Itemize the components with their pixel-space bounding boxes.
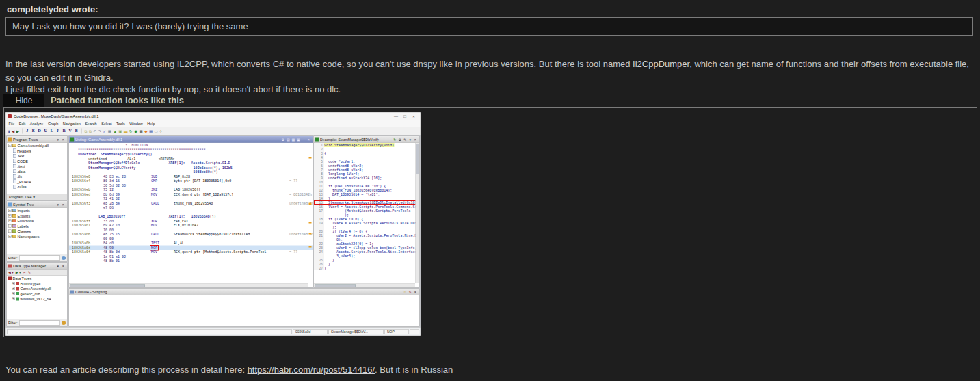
data-type-manager-title: Data Type Manager <box>13 264 46 268</box>
tree-item: +windows_vs12_64 <box>7 296 67 302</box>
listing-tool-icon: ▤ <box>286 137 291 142</box>
toolbar-letter-e: E <box>31 129 36 134</box>
program-tree-tab: Program Tree ▾ <box>7 194 67 200</box>
habr-article-link[interactable]: https://habr.com/ru/post/514416/ <box>248 365 375 375</box>
maximize-icon: □ <box>401 114 410 118</box>
status-indicator <box>410 329 419 334</box>
lock-icon: ⚿ <box>403 290 408 294</box>
ghidra-menu-bar: FileEditAnalyzeGraphNavigationSearchSele… <box>6 120 421 127</box>
decompiler-title: Decompile: SteamManager$$DlcVerify - (G <box>320 137 382 142</box>
toolbar-icon: ▮ <box>8 129 10 133</box>
toolbar-letter-j: J <box>25 129 30 134</box>
toolbar-icon: ↷ <box>98 129 101 133</box>
panel-menu-icon: ▾ <box>408 137 413 142</box>
dtm-tool-icon: ✎ <box>28 271 31 275</box>
forum-post-page: { "quote": { "author": "completelyded wr… <box>0 0 980 381</box>
console-title: Console - Scripting <box>75 290 107 294</box>
tree-item: +Classes <box>7 228 67 234</box>
menu-item-file: File <box>9 121 15 125</box>
menu-item-help: Help <box>147 121 155 125</box>
tree-item: Data Types <box>7 276 67 281</box>
menu-item-navigation: Navigation <box>63 121 81 125</box>
toolbar-letter-v: V <box>68 129 73 134</box>
toolbar-icon: ▦ <box>149 129 153 133</box>
menu-item-edit: Edit <box>19 121 25 125</box>
listing-hscrollbar <box>69 284 308 288</box>
data-type-manager-panel: Data Type Manager ▾ × ◀ ▾ ▶ ▾ ✂ ✎ Data T… <box>7 263 68 327</box>
tree-item: +Exports <box>7 213 67 219</box>
post-paragraph-3: You can read an article describing this … <box>5 365 977 375</box>
tree-item: .tls <box>7 174 67 179</box>
toolbar-icon: ▩ <box>139 129 142 133</box>
status-function: SteamManager$$DlcV... <box>329 329 384 334</box>
post-paragraph-2: I just filled exit from the dlc check fu… <box>5 83 977 96</box>
ghidra-window-title: CodeBrowser: MuseDash/GameAssembly.dll:1 <box>14 114 99 118</box>
spoiler-hide-button[interactable]: Hide <box>3 94 44 107</box>
spoiler-title: Patched function looks like this <box>51 95 184 105</box>
nav-marker <box>309 246 312 248</box>
panel-close-icon: × <box>61 264 66 268</box>
data-type-manager-icon <box>8 264 12 267</box>
menu-item-tools: Tools <box>116 121 125 125</box>
program-trees-panel: Program Trees ▾ × −GameAssembly.dllHeade… <box>7 136 68 200</box>
panel-close-icon: × <box>306 137 312 142</box>
tree-item: +Namespaces <box>7 234 67 239</box>
dtm-filter-label: Filter: <box>8 321 18 325</box>
toolbar-icon: ✓ <box>103 129 107 133</box>
listing-tool-icon: ⧉ <box>280 137 286 142</box>
il2cppdumper-link[interactable]: Il2CppDumper <box>633 59 689 69</box>
toolbar-icon: ⧉ <box>89 129 92 133</box>
spoiler-content-box: CodeBrowser: MuseDash/GameAssembly.dll:1… <box>3 107 977 337</box>
tree-item: CODE <box>7 159 67 164</box>
tree-item: +Functions <box>7 218 67 224</box>
dtm-toolbar: ◀ ▾ ▶ ▾ ✂ ✎ <box>7 270 67 276</box>
symbol-filter-input <box>19 255 60 260</box>
ghidra-content: Program Trees ▾ × −GameAssembly.dllHeade… <box>6 135 421 328</box>
program-trees-title: Program Trees <box>13 137 38 142</box>
console-icon <box>70 290 74 293</box>
tree-item: Headers <box>7 148 67 154</box>
panel-button: ▾ <box>55 202 61 207</box>
symbol-tree-panel: Symbol Tree ▾ × +Imports+Exports+Functio… <box>7 201 68 262</box>
tree-item: _RDATA <box>7 179 67 185</box>
back-arrow-icon: ◀ ▾ <box>8 271 14 275</box>
refresh-icon: ↻ <box>393 137 398 142</box>
filter-settings-icon <box>62 321 66 325</box>
panel-close-icon: × <box>61 202 66 207</box>
symbol-filter-label: Filter: <box>8 256 18 260</box>
quote-text: May I ask you how you did it? I was (bar… <box>12 21 248 31</box>
tree-item: .text <box>7 153 67 159</box>
tree-item: .reloc <box>7 184 67 189</box>
nav-marker <box>309 233 312 235</box>
toolbar-icon: ↶ <box>93 129 96 133</box>
decompiler-panel: Decompile: SteamManager$$DlcVerify - (G … <box>314 136 420 288</box>
panel-button: ▾ <box>55 264 61 268</box>
status-instruction: NOP <box>385 329 409 334</box>
toolbar-letter-f: F <box>56 129 61 134</box>
ghidra-title-bar: CodeBrowser: MuseDash/GameAssembly.dll:1… <box>6 113 421 120</box>
nav-marker <box>309 157 312 159</box>
menu-item-graph: Graph <box>48 121 58 125</box>
tree-item: +generic_clib <box>7 291 67 297</box>
tree-item: .itext <box>7 163 67 169</box>
tree-item: .data <box>7 169 67 174</box>
listing-title: Listing: GameAssembly.dll:1 <box>75 137 122 142</box>
menu-item-search: Search <box>85 121 96 125</box>
tree-item: +GameAssembly.dll <box>7 286 67 291</box>
printer-icon: ▣ <box>296 137 302 142</box>
program-trees-icon <box>8 137 12 141</box>
decompiler-icon <box>315 137 319 141</box>
panel-minimize-icon: – <box>301 137 306 142</box>
toolbar-icon: ▲ <box>113 129 116 133</box>
status-address: 00265a0d <box>293 329 328 334</box>
panel-close-icon: × <box>413 290 419 294</box>
post-paragraph-1: In the last version developers started u… <box>5 57 977 85</box>
nav-marker <box>309 203 312 205</box>
toolbar-icon: ◉ <box>134 129 137 133</box>
tree-item: +BuiltInTypes <box>7 281 67 287</box>
toolbar-icon: ⧉ <box>85 129 88 133</box>
quote-box: May I ask you how you did it? I was (bar… <box>5 17 973 36</box>
toolbar-icon: ✈ <box>159 129 163 133</box>
symbol-tree-icon <box>8 202 12 206</box>
status-message <box>8 329 292 334</box>
